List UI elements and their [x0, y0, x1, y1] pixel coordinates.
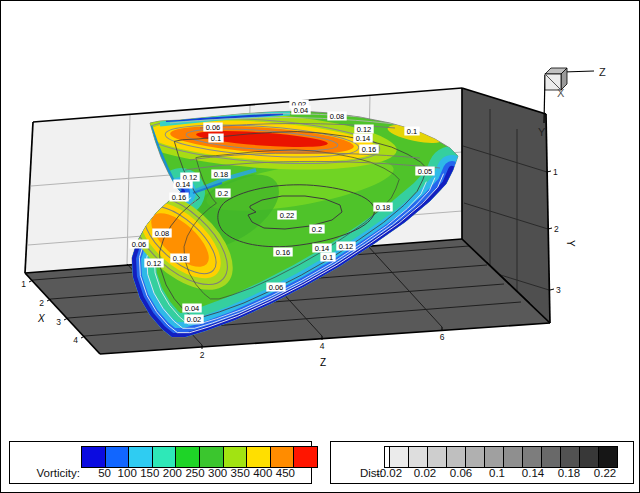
legend-swatch	[81, 446, 106, 468]
legend-tick-label: -0.02	[376, 467, 402, 479]
contour-label: 0.12	[147, 259, 162, 268]
x-axis-tick-label: 3	[56, 317, 61, 327]
legend-tick-label: 50	[98, 467, 111, 479]
legend-tick-label: 0.18	[558, 467, 580, 479]
orientation-z-label: Z	[599, 66, 606, 78]
contour-label: 0.12	[339, 242, 354, 251]
legend-tick-label: 100	[118, 467, 137, 479]
y-axis-tick-label: 1	[553, 167, 558, 177]
x-axis-tick-label: 2	[39, 298, 44, 308]
legend-swatch	[199, 446, 224, 468]
legend-swatch	[484, 446, 504, 468]
contour-label: 0.1	[323, 253, 333, 262]
y-axis-title: Y	[565, 240, 576, 247]
x-axis-tick-label: 1	[21, 279, 26, 289]
contour-label: 0.04	[294, 106, 309, 115]
legend-swatch	[152, 446, 177, 468]
legend-swatch	[293, 446, 318, 468]
legend-swatch	[465, 446, 485, 468]
z-axis-title: Z	[320, 357, 326, 368]
contour-label: 0.2	[218, 189, 228, 198]
contour-label: 0.12	[357, 125, 372, 134]
legend-swatch	[175, 446, 200, 468]
contour-label: 0.18	[173, 254, 188, 263]
contour-label: 0.16	[362, 145, 377, 154]
contour-label: 0.02	[187, 315, 202, 324]
contour-label: 0.06	[206, 123, 221, 132]
legend-swatch	[579, 446, 599, 468]
orientation-y-label: Y	[538, 126, 546, 138]
contour-label: 0.1	[211, 134, 221, 143]
vorticity-colorbar	[82, 446, 318, 468]
legend-swatch	[270, 446, 295, 468]
legend-swatch	[128, 446, 153, 468]
legend-swatch	[522, 446, 542, 468]
contour-label: 0.05	[418, 167, 433, 176]
x-axis-tick-label: 4	[73, 335, 78, 345]
contour-label: 0.14	[356, 134, 371, 143]
legend-swatch	[541, 446, 561, 468]
contour-label: 0.08	[155, 229, 170, 238]
z-axis-tick-label: 4	[320, 341, 325, 351]
legend-swatch	[427, 446, 447, 468]
y-axis-tick-label: 2	[554, 224, 559, 234]
contour-label: 0.04	[185, 304, 200, 313]
legend-tick-label: 0.1	[489, 467, 505, 479]
contour-label: 0.16	[172, 193, 187, 202]
legend-swatch	[598, 446, 618, 468]
legend-tick-label: 350	[231, 467, 250, 479]
y-axis-tick	[550, 289, 554, 290]
legend-swatch	[105, 446, 130, 468]
dist-colorbar	[385, 446, 618, 468]
legend-swatch	[408, 446, 428, 468]
legend-tick-label: 0.02	[414, 467, 436, 479]
legend-swatch	[223, 446, 248, 468]
contour-label: 0.16	[276, 248, 291, 257]
contour-label: 0.1	[407, 127, 417, 136]
contour-label: 0.14	[315, 244, 330, 253]
y-axis-tick-label: 3	[556, 285, 561, 295]
vorticity-legend: Vorticity: 50100150200250300350400450	[9, 441, 312, 484]
plot-3d-scene: 1234246123 X Z Y Z Y X 0.060.10.020.040.…	[0, 0, 640, 432]
legend-tick-label: 300	[208, 467, 227, 479]
legend-tick-label: 0.14	[522, 467, 544, 479]
z-axis-tick-label: 6	[440, 332, 445, 342]
legend-tick-label: 150	[140, 467, 159, 479]
contour-label: 0.18	[214, 170, 229, 179]
legend-swatch	[389, 446, 409, 468]
contour-label: 0.06	[269, 283, 284, 292]
dist-legend: Dist: -0.020.020.060.10.140.180.22	[330, 441, 634, 484]
legend-tick-label: 200	[163, 467, 182, 479]
contour-label: 0.2	[312, 225, 322, 234]
orientation-x-label: X	[557, 87, 565, 99]
legend-swatch	[560, 446, 580, 468]
legend-swatch	[246, 446, 271, 468]
legend-tick-label: 0.22	[594, 467, 616, 479]
z-axis-tick-label: 2	[200, 350, 205, 360]
legend-tick-label: 0.06	[450, 467, 472, 479]
vorticity-legend-title: Vorticity:	[22, 467, 80, 479]
legend-tick-label: 400	[253, 467, 272, 479]
legend-tick-label: 250	[185, 467, 204, 479]
contour-label: 0.08	[330, 112, 345, 121]
plot-area: 1234246123 X Z Y Z Y X 0.060.10.020.040.…	[0, 0, 640, 432]
legend-tick-label: 450	[276, 467, 295, 479]
x-axis-title: X	[37, 313, 45, 324]
contour-label: 0.14	[176, 180, 191, 189]
contour-label: 0.18	[376, 203, 391, 212]
orientation-axes: Z Y X	[538, 66, 606, 138]
contour-label: 0.22	[280, 211, 295, 220]
legend-swatch	[503, 446, 523, 468]
legend-swatch	[446, 446, 466, 468]
contour-label: 0.06	[132, 240, 147, 249]
